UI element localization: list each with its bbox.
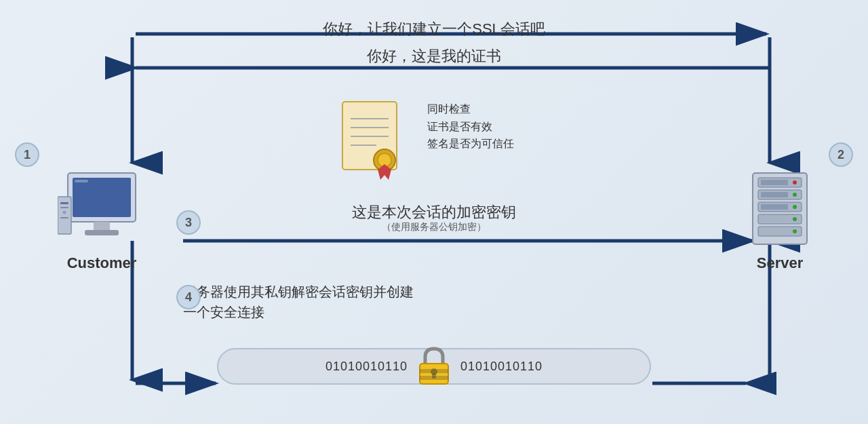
customer-area: Customer — [34, 170, 170, 272]
svg-point-40 — [793, 229, 797, 233]
encrypted-left-text: 01010010110 — [326, 360, 408, 374]
svg-point-36 — [793, 180, 797, 185]
step-1-badge: 1 — [15, 142, 39, 167]
encrypted-data-bar: 01010010110 01010010110 — [217, 348, 651, 385]
diagram-container: 1 2 3 4 你好，让我们建立一个SSL会话吧 你好，这是我的证书 — [0, 0, 868, 424]
svg-rect-42 — [761, 192, 788, 197]
svg-rect-43 — [761, 204, 788, 210]
encrypted-right-text: 01010010110 — [460, 360, 542, 374]
svg-point-37 — [793, 193, 797, 197]
svg-rect-22 — [75, 180, 88, 182]
server-svg — [739, 170, 821, 251]
server-area: Server — [726, 170, 834, 272]
svg-rect-48 — [432, 373, 436, 379]
certificate-svg — [336, 95, 410, 183]
padlock-icon — [416, 346, 452, 387]
server-label: Server — [726, 254, 834, 272]
svg-point-28 — [63, 211, 66, 214]
certificate-icon-area — [332, 95, 414, 186]
message-1: 你好，让我们建立一个SSL会话吧 — [0, 19, 868, 39]
svg-rect-29 — [60, 217, 68, 218]
customer-label: Customer — [34, 254, 170, 272]
svg-point-39 — [793, 217, 797, 221]
svg-rect-27 — [60, 207, 68, 208]
customer-computer-svg — [58, 170, 146, 251]
step-2-badge: 2 — [829, 142, 853, 167]
message-4: 服务器使用其私钥解密会话密钥并创建 一个安全连接 — [183, 282, 414, 322]
message-2: 你好，这是我的证书 — [0, 46, 868, 66]
svg-rect-21 — [73, 178, 131, 217]
step-3-badge: 3 — [176, 210, 201, 235]
svg-rect-24 — [85, 230, 119, 235]
svg-rect-26 — [60, 202, 68, 204]
svg-point-38 — [793, 205, 797, 209]
step-4-badge: 4 — [176, 285, 201, 309]
cert-check-text: 同时检查 证书是否有效 签名是否为可信任 — [427, 100, 514, 153]
svg-rect-23 — [94, 222, 110, 231]
svg-rect-41 — [761, 180, 788, 185]
